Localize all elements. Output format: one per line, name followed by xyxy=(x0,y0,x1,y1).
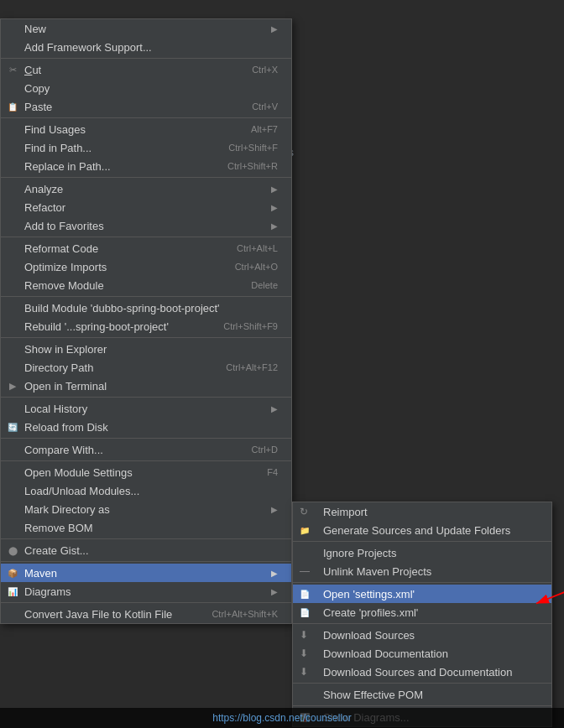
separator-1 xyxy=(1,58,291,59)
cut-icon: ✂ xyxy=(6,63,19,76)
context-menu-main: New ▶ Add Framework Support... ✂ Cut Ctr… xyxy=(0,18,292,624)
separator-8 xyxy=(1,438,291,439)
menu-item-replace-in-path[interactable]: Replace in Path... Ctrl+Shift+R xyxy=(1,157,291,175)
menu-item-show-in-explorer[interactable]: Show in Explorer xyxy=(1,340,291,358)
menu-item-optimize-imports[interactable]: Optimize Imports Ctrl+Alt+O xyxy=(1,257,291,276)
watermark: https://blog.csdn.net/counsellor xyxy=(0,708,564,728)
sub-menu-reimport[interactable]: ↻ Reimport xyxy=(293,502,551,521)
unlink-icon: — xyxy=(300,565,310,577)
menu-item-cut[interactable]: ✂ Cut Ctrl+X xyxy=(1,60,291,79)
menu-item-diagrams[interactable]: 📊 Diagrams ▶ xyxy=(1,582,291,601)
download-doc-icon: ⬇ xyxy=(300,647,308,659)
separator-2 xyxy=(1,117,291,118)
menu-item-convert-java[interactable]: Convert Java File to Kotlin File Ctrl+Al… xyxy=(1,605,291,623)
menu-item-analyze[interactable]: Analyze ▶ xyxy=(1,179,291,198)
diagrams-icon: 📊 xyxy=(6,585,19,598)
download-sources-icon: ⬇ xyxy=(300,629,308,641)
reimport-icon: ↻ xyxy=(300,506,308,517)
sub-menu-download-sources[interactable]: ⬇ Download Sources xyxy=(293,626,551,644)
settings-xml-icon: 📄 xyxy=(300,590,310,599)
separator-10 xyxy=(1,538,291,539)
menu-item-copy[interactable]: Copy xyxy=(1,79,291,97)
sub-menu-ignore-projects[interactable]: Ignore Projects xyxy=(293,543,551,562)
annotation-arrow xyxy=(524,585,564,610)
separator-4 xyxy=(1,237,291,237)
sub-menu-generate-sources[interactable]: 📁 Generate Sources and Update Folders xyxy=(293,521,551,539)
sub-menu-download-documentation[interactable]: ⬇ Download Documentation xyxy=(293,644,551,663)
menu-item-reformat[interactable]: Reformat Code Ctrl+Alt+L xyxy=(1,239,291,257)
menu-item-remove-module[interactable]: Remove Module Delete xyxy=(1,276,291,294)
maven-icon: 📦 xyxy=(6,566,19,580)
menu-item-open-terminal[interactable]: ▶ Open in Terminal xyxy=(1,377,291,395)
terminal-icon: ▶ xyxy=(6,379,19,393)
sub-separator-1 xyxy=(293,541,551,542)
sub-separator-3 xyxy=(293,623,551,624)
sub-separator-2 xyxy=(293,582,551,583)
menu-item-build-module[interactable]: Build Module 'dubbo-spring-boot-project' xyxy=(1,299,291,317)
menu-item-local-history[interactable]: Local History ▶ xyxy=(1,399,291,418)
menu-item-add-favorites[interactable]: Add to Favorites ▶ xyxy=(1,216,291,235)
menu-item-remove-bom[interactable]: Remove BOM xyxy=(1,518,291,537)
watermark-text: https://blog.csdn.net/counsellor xyxy=(212,712,351,724)
sub-menu-create-profiles-xml[interactable]: 📄 Create 'profiles.xml' xyxy=(293,603,551,621)
sub-separator-4 xyxy=(293,683,551,684)
separator-6 xyxy=(1,337,291,338)
menu-item-open-module-settings[interactable]: Open Module Settings F4 xyxy=(1,463,291,481)
menu-item-directory-path[interactable]: Directory Path Ctrl+Alt+F12 xyxy=(1,358,291,377)
separator-11 xyxy=(1,561,291,562)
gist-icon: ⬤ xyxy=(6,543,19,557)
separator-9 xyxy=(1,460,291,461)
sub-menu-show-effective-pom[interactable]: Show Effective POM xyxy=(293,685,551,704)
menu-item-rebuild[interactable]: Rebuild '...spring-boot-project' Ctrl+Sh… xyxy=(1,317,291,335)
separator-3 xyxy=(1,177,291,178)
menu-item-mark-directory[interactable]: Mark Directory as ▶ xyxy=(1,500,291,518)
context-menu-maven-sub: ↻ Reimport 📁 Generate Sources and Update… xyxy=(292,502,552,727)
reload-icon: 🔄 xyxy=(6,420,19,434)
sub-menu-unlink-maven[interactable]: — Unlink Maven Projects xyxy=(293,562,551,580)
menu-item-find-in-path[interactable]: Find in Path... Ctrl+Shift+F xyxy=(1,138,291,157)
menu-item-reload-disk[interactable]: 🔄 Reload from Disk xyxy=(1,418,291,436)
menu-item-find-usages[interactable]: Find Usages Alt+F7 xyxy=(1,120,291,138)
menu-item-refactor[interactable]: Refactor ▶ xyxy=(1,198,291,216)
menu-item-create-gist[interactable]: ⬤ Create Gist... xyxy=(1,541,291,559)
sub-separator-5 xyxy=(293,705,551,706)
sub-menu-open-settings-xml[interactable]: 📄 Open 'settings.xml' xyxy=(293,585,551,603)
menu-item-new[interactable]: New ▶ xyxy=(1,19,291,38)
profiles-xml-icon: 📄 xyxy=(300,608,310,617)
menu-item-load-unload-modules[interactable]: Load/Unload Modules... xyxy=(1,481,291,500)
svg-line-1 xyxy=(536,591,564,604)
generate-icon: 📁 xyxy=(300,526,310,535)
separator-7 xyxy=(1,397,291,398)
menu-item-paste[interactable]: 📋 Paste Ctrl+V xyxy=(1,97,291,116)
separator-12 xyxy=(1,602,291,603)
download-both-icon: ⬇ xyxy=(300,666,308,678)
menu-item-maven[interactable]: 📦 Maven ▶ xyxy=(1,564,291,582)
paste-icon: 📋 xyxy=(6,100,19,113)
separator-5 xyxy=(1,296,291,297)
menu-item-add-framework[interactable]: Add Framework Support... xyxy=(1,38,291,56)
menu-item-compare-with[interactable]: Compare With... Ctrl+D xyxy=(1,440,291,459)
sub-menu-download-sources-and-doc[interactable]: ⬇ Download Sources and Documentation xyxy=(293,663,551,681)
